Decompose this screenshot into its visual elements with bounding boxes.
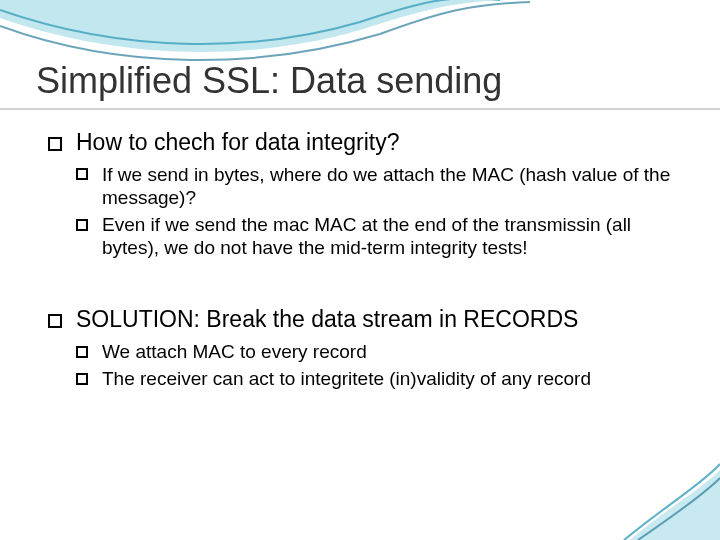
body-point: Even if we send the mac MAC at the end o… <box>76 213 680 259</box>
body-point: The receiver can act to integritete (in)… <box>76 367 680 390</box>
section-heading-text: SOLUTION: Break the data stream in RECOR… <box>76 306 578 332</box>
bullet-icon <box>76 164 88 185</box>
body-point-text: The receiver can act to integritete (in)… <box>102 368 591 389</box>
slide: Simplified SSL: Data sending How to chec… <box>0 0 720 540</box>
body-point-text: If we send in bytes, where do we attach … <box>102 164 670 208</box>
slide-body: How to chech for data integrity? If we s… <box>48 128 680 395</box>
slide-title: Simplified SSL: Data sending <box>36 60 690 101</box>
body-point-text: We attach MAC to every record <box>102 341 367 362</box>
bullet-icon <box>76 214 88 235</box>
bullet-icon <box>76 341 88 362</box>
section-heading: SOLUTION: Break the data stream in RECOR… <box>48 305 680 334</box>
title-underline <box>0 108 720 110</box>
body-point: We attach MAC to every record <box>76 340 680 363</box>
bullet-icon <box>76 368 88 389</box>
body-point: If we send in bytes, where do we attach … <box>76 163 680 209</box>
bullet-icon <box>48 130 62 155</box>
section-heading-text: How to chech for data integrity? <box>76 129 399 155</box>
bullet-icon <box>48 307 62 332</box>
body-point-text: Even if we send the mac MAC at the end o… <box>102 214 631 258</box>
section-heading: How to chech for data integrity? <box>48 128 680 157</box>
corner-wave-decoration <box>610 460 720 540</box>
